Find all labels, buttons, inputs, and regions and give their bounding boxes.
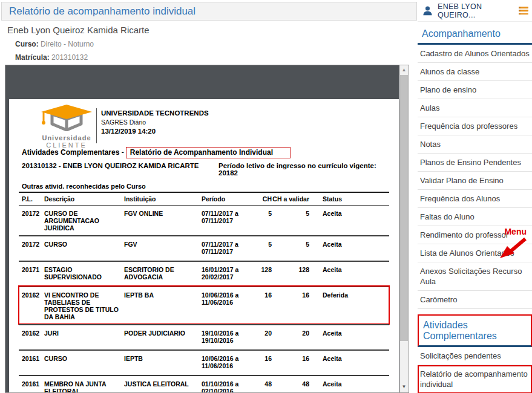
table-row: 20162 JURI PODER JUDICIARIO 19/10/2016 a… — [19, 324, 389, 349]
sidebar-item[interactable]: Cadastro de Alunos Orientados — [418, 45, 532, 63]
sidebar-item[interactable]: Relatório de acompanhamento individual — [418, 365, 532, 393]
university-logo: Universidade CLIENTE — [33, 103, 100, 149]
cell-instituicao: FGV ONLINE — [124, 210, 202, 232]
sidebar-item[interactable]: Frequência dos Alunos — [418, 190, 532, 208]
sidebar-item[interactable]: Plano de ensino — [418, 81, 532, 99]
cell-ch: 16 — [251, 291, 272, 320]
report-header: Universidade CLIENTE UNIVERSIDADE TECNOT… — [9, 103, 399, 146]
sidebar-item[interactable]: Carômetro — [418, 291, 532, 309]
sidebar-item[interactable]: Faltas do Aluno — [418, 208, 532, 226]
period-label: Período letivo de ingresso no currículo … — [218, 162, 376, 169]
cell-periodo: 01/10/2016 a02/10/2016 — [202, 380, 251, 393]
sidebar-item[interactable]: Lista de Alunos Orientados — [418, 244, 532, 262]
user-row[interactable]: ENEB LYON QUEIRO... — [418, 0, 532, 22]
cell-status: Aceita — [309, 330, 352, 346]
col-header-status: Status — [309, 195, 352, 203]
report-student-row: 201310132 - ENEB LYON QUEIROZ KAMIDA RIC… — [22, 162, 391, 169]
cell-ch: 5 — [251, 241, 272, 257]
sidebar-item[interactable]: Rendimento do professor — [418, 226, 532, 244]
table-row: 20161 MEMBRO NA JUNTA ELEITORAL JUSTICA … — [19, 375, 389, 393]
sidebar-item[interactable]: Aulas — [418, 99, 532, 117]
cell-instituicao: JUSTICA ELEITORAL — [124, 380, 202, 393]
report-title-prefix: Atividades Complementares - — [22, 148, 124, 157]
cell-ch: 128 — [251, 266, 272, 282]
sidebar-section: Atividades Complementares Solicitações p… — [418, 309, 532, 393]
page-title-bar: Relatório de acompanhamento individual — [1, 2, 417, 21]
cell-ch: 48 — [251, 380, 272, 393]
cell-ch-a-validar: 5 — [272, 210, 309, 232]
student-name: Eneb Lyon Queiroz Kamida Ricarte — [7, 25, 149, 35]
scroll-down-arrow-icon[interactable]: ▼ — [399, 382, 409, 391]
student-course-line: Curso: Direito - Noturno — [15, 40, 94, 48]
sidebar-section: Acompanhamento Cadastro de Alunos Orient… — [418, 24, 532, 309]
document-viewer: Universidade CLIENTE UNIVERSIDADE TECNOT… — [5, 65, 409, 393]
cell-ch: 20 — [251, 330, 272, 346]
cell-periodo: 19/10/2016 a19/10/2016 — [202, 330, 251, 346]
sidebar-sections: Acompanhamento Cadastro de Alunos Orient… — [418, 24, 532, 393]
report-title-highlighted: Relatório de Acompanhamento Individual — [126, 147, 291, 158]
graduation-cap-icon — [35, 103, 98, 131]
sidebar-item[interactable]: Notas — [418, 135, 532, 154]
sidebar-item[interactable]: Solicitações pendentes — [418, 347, 532, 365]
table-row: 20172 CURSO DE ARGUMENTACAO JURIDICA FGV… — [19, 206, 389, 235]
enrollment-value: 201310132 — [51, 53, 88, 62]
cell-status: Deferida — [309, 291, 352, 320]
cell-descricao: JURI — [44, 330, 124, 346]
sidebar: ENEB LYON QUEIRO... Acompanhamento Cadas… — [418, 0, 532, 393]
cell-periodo: 10/06/2016 a11/06/2016 — [202, 291, 251, 320]
sidebar-item[interactable]: Frequência dos professores — [418, 117, 532, 135]
sidebar-item[interactable]: Validar Plano de Ensino — [418, 172, 532, 190]
student-enrollment-line: Matrícula: 201310132 — [15, 53, 88, 62]
cell-ch-a-validar: 48 — [272, 380, 309, 393]
table-header-row: P.L. Descrição Instituição Período CH CH… — [19, 192, 389, 206]
cell-pl: 20172 — [19, 210, 44, 232]
cell-ch-a-validar: 5 — [272, 241, 309, 257]
cell-ch-a-validar: 128 — [272, 266, 309, 282]
user-person-icon — [422, 5, 433, 16]
organization-block: UNIVERSIDADE TECNOTRENDS SAGRES Diário 1… — [101, 109, 209, 135]
course-value: Direito - Noturno — [41, 40, 94, 48]
report-student-line: 201310132 - ENEB LYON QUEIROZ KAMIDA RIC… — [22, 162, 199, 169]
period-value: 20182 — [218, 169, 238, 177]
cell-status: Aceita — [309, 210, 352, 232]
cell-ch-a-validar: 20 — [272, 330, 309, 346]
cell-status: Aceita — [309, 355, 352, 371]
cell-pl: 20171 — [19, 266, 44, 282]
sidebar-section-title: Atividades Complementares — [418, 314, 532, 347]
sidebar-item[interactable]: Planos de Ensino Pendentes — [418, 154, 532, 172]
cell-pl: 20161 — [19, 355, 44, 371]
col-header-instituicao: Instituição — [124, 195, 202, 203]
col-header-descricao: Descrição — [44, 195, 124, 203]
table-row: 20161 CURSO IEPTB 10/06/2016 a11/06/2016… — [19, 349, 389, 375]
cell-ch-a-validar: 16 — [272, 355, 309, 371]
report-section-title: Outras ativid. reconhecidas pelo Curso — [22, 183, 146, 190]
cell-instituicao: IEPTB — [124, 355, 202, 371]
viewer-vertical-scrollbar[interactable]: ▲ ▼ — [399, 65, 409, 392]
activities-table: P.L. Descrição Instituição Período CH CH… — [19, 192, 389, 393]
report-title-row: Atividades Complementares -Relatório de … — [22, 147, 291, 158]
col-header-periodo: Período — [202, 195, 251, 203]
table-body: 20172 CURSO DE ARGUMENTACAO JURIDICA FGV… — [19, 206, 389, 393]
cell-descricao: CURSO — [44, 241, 124, 257]
scrollbar-thumb[interactable] — [400, 75, 408, 341]
cell-instituicao: FGV — [124, 241, 202, 257]
cell-ch: 5 — [251, 210, 272, 232]
cell-periodo: 10/06/2016 a11/06/2016 — [202, 355, 251, 371]
scroll-up-arrow-icon[interactable]: ▲ — [399, 65, 409, 74]
table-row: 20162 VI ENCONTRO DE TABELIAES DE PROTES… — [19, 286, 389, 324]
app-window: Relatório de acompanhamento individual E… — [0, 0, 532, 393]
cell-pl: 20172 — [19, 241, 44, 257]
cell-periodo: 16/01/2017 a20/02/2017 — [202, 266, 251, 282]
cell-periodo: 07/11/2017 a07/11/2017 — [202, 210, 251, 232]
cell-descricao: CURSO — [44, 355, 124, 371]
user-name: ENEB LYON QUEIRO... — [438, 2, 519, 19]
cell-instituicao: IEPTB BA — [124, 291, 202, 320]
sidebar-item[interactable]: Alunos da classe — [418, 63, 532, 81]
cell-periodo: 07/11/2017 a07/11/2017 — [202, 241, 251, 257]
table-row: 20171 ESTAGIO SUPERVISIONADO ESCRITORIO … — [19, 261, 389, 286]
system-name: SAGRES Diário — [101, 119, 209, 126]
cell-pl: 20162 — [19, 330, 44, 346]
page-title: Relatório de acompanhamento individual — [9, 5, 195, 18]
sidebar-item[interactable]: Anexos Solicitações Recurso Aula — [418, 262, 532, 291]
menu-list-icon[interactable] — [519, 7, 528, 15]
